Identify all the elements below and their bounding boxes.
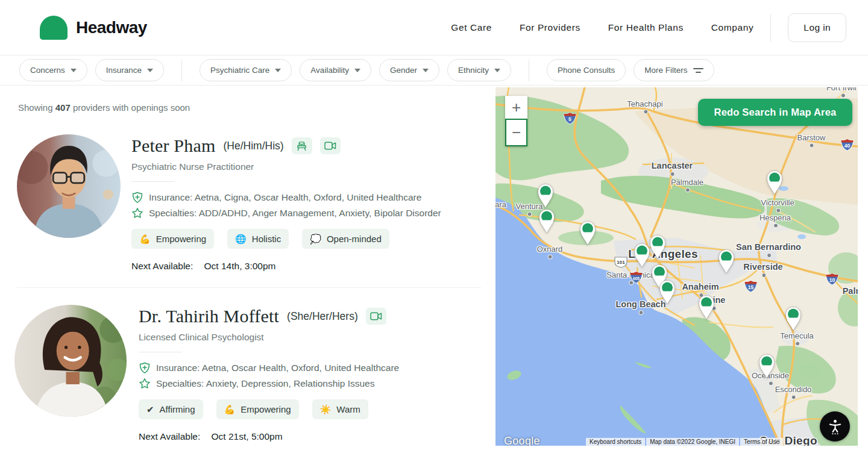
video-session-icon: [366, 308, 386, 325]
map-label-palmdale: Palmdale: [671, 178, 703, 187]
chevron-down-icon: [494, 69, 500, 72]
filter-label: Phone Consults: [558, 66, 615, 75]
results-panel: Showing 407 providers with openings soon: [0, 86, 482, 468]
headway-logo[interactable]: Headway: [40, 16, 147, 40]
map-zoom-controls: + −: [505, 96, 527, 146]
badge: ☀️Warm: [312, 399, 368, 419]
summary-suffix: providers with openings soon: [71, 102, 190, 113]
filter-label: Ethnicity: [458, 66, 489, 75]
filter-sliders-icon: [693, 68, 703, 73]
map-pin[interactable]: [764, 169, 785, 198]
filter-availability[interactable]: Availability: [300, 59, 371, 81]
provider-avatar: [14, 305, 127, 417]
provider-name: Peter Pham: [131, 136, 215, 156]
nav-company[interactable]: Company: [711, 22, 754, 33]
map-pin[interactable]: [696, 294, 717, 323]
badge-label: Affirming: [160, 404, 195, 414]
personality-badges: ✔Affirming 💪Empowering ☀️Warm: [139, 399, 399, 419]
insurance-row: Insurance: Aetna, Oscar Health, Oxford, …: [139, 362, 399, 374]
map[interactable]: Fort IrwinTehachapiBarstowLancasterPalmd…: [495, 87, 858, 446]
page: Headway Get Care For Providers For Healt…: [0, 0, 868, 468]
interstate-5-shield: 5: [563, 112, 577, 127]
insurance-row: Insurance: Aetna, Cigna, Oscar Health, O…: [131, 192, 441, 204]
accessibility-button[interactable]: [820, 411, 850, 441]
filter-insurance[interactable]: Insurance: [95, 59, 164, 81]
map-pin[interactable]: [657, 279, 678, 308]
terms-link[interactable]: Terms of Use: [740, 438, 783, 446]
brand-name: Headway: [76, 18, 147, 37]
filter-ethnicity[interactable]: Ethnicity: [447, 59, 511, 81]
results-summary: Showing 407 providers with openings soon: [18, 102, 482, 113]
provider-pronouns: (He/Him/His): [223, 140, 283, 152]
specialties-label: Specialties:: [149, 208, 197, 218]
filter-label: Gender: [390, 66, 417, 75]
nav-for-providers[interactable]: For Providers: [520, 22, 580, 33]
provider-pronouns: (She/Her/Hers): [287, 310, 358, 323]
shield-plus-icon: [131, 192, 143, 204]
map-pin[interactable]: [577, 220, 598, 249]
badge: 💭Open-minded: [302, 229, 389, 249]
check-mark-emoji: ✔: [146, 405, 154, 414]
provider-details: Dr. Tahirih Moffett (She/Her/Hers) Licen…: [127, 305, 399, 442]
next-available-value: Oct 21st, 5:00pm: [212, 431, 283, 441]
filter-label: More Filters: [644, 66, 687, 75]
map-label-riverside: Riverside: [743, 262, 782, 272]
map-label-san-bernardino: San Bernardino: [736, 242, 801, 252]
redo-search-button[interactable]: Redo Search in Map Area: [698, 99, 852, 126]
specialties-row: Specialties: ADD/ADHD, Anger Management,…: [131, 207, 441, 219]
map-label-oxnard: Oxnard: [537, 245, 563, 254]
globe-emoji: 🌐: [235, 234, 247, 243]
filter-phone-consults[interactable]: Phone Consults: [547, 59, 626, 81]
svg-text:101: 101: [617, 260, 625, 265]
us-route-101-shield: 101: [613, 256, 629, 270]
google-logo: Google: [504, 435, 540, 446]
map-label-santa-barbara: Santa Barbara: [495, 200, 506, 209]
badge-label: Holistic: [252, 234, 281, 244]
svg-text:605: 605: [633, 276, 640, 281]
header-divider: [770, 14, 771, 42]
filter-group-divider: [181, 60, 182, 81]
flex-biceps-emoji: 💪: [139, 234, 151, 243]
provider-avatar: [17, 134, 121, 238]
map-label-palm-springs: Palm Springs: [843, 286, 858, 296]
svg-text:15: 15: [748, 284, 754, 290]
map-pin[interactable]: [716, 248, 737, 277]
map-pin[interactable]: [756, 353, 777, 382]
accessibility-person-icon: [827, 419, 843, 435]
map-label-barstow: Barstow: [797, 133, 826, 142]
map-pin[interactable]: [783, 305, 804, 334]
thought-balloon-emoji: 💭: [310, 234, 321, 243]
nav-get-care[interactable]: Get Care: [451, 22, 492, 33]
filter-psychiatric-care[interactable]: Psychiatric Care: [200, 59, 292, 81]
provider-name: Dr. Tahirih Moffett: [139, 306, 279, 326]
provider-title: Licensed Clinical Psychologist: [139, 332, 399, 343]
summary-count: 407: [55, 102, 71, 113]
map-pin[interactable]: [536, 208, 557, 237]
map-label-hesperia: Hesperia: [760, 213, 791, 222]
next-available-label: Next Available:: [131, 261, 193, 271]
next-available-label: Next Available:: [139, 431, 200, 441]
insurance-list: Aetna, Cigna, Oscar Health, Oxford, Unit…: [195, 192, 422, 202]
map-zoom-in-button[interactable]: +: [505, 96, 527, 119]
shield-plus-icon: [139, 362, 151, 374]
filter-more-filters[interactable]: More Filters: [634, 59, 714, 81]
chevron-down-icon: [71, 69, 77, 72]
sun-emoji: ☀️: [320, 405, 332, 414]
map-zoom-out-button[interactable]: −: [505, 119, 527, 146]
filter-gender[interactable]: Gender: [379, 59, 439, 81]
badge-label: Warm: [336, 404, 360, 414]
map-pin[interactable]: [535, 183, 556, 211]
svg-text:10: 10: [829, 277, 835, 283]
nav-for-health-plans[interactable]: For Health Plans: [608, 22, 684, 33]
filter-concerns[interactable]: Concerns: [19, 59, 87, 81]
keyboard-shortcuts-link[interactable]: Keyboard shortcuts: [586, 438, 645, 446]
login-button[interactable]: Log in: [788, 13, 846, 42]
specialties-list: Anxiety, Depression, Relationship Issues: [206, 378, 375, 388]
filter-label: Psychiatric Care: [210, 66, 269, 75]
specialties-label: Specialties:: [156, 378, 204, 388]
provider-card[interactable]: Dr. Tahirih Moffett (She/Her/Hers) Licen…: [14, 305, 482, 442]
provider-card[interactable]: Peter Pham (He/Him/His): [17, 134, 482, 272]
filter-label: Insurance: [106, 66, 142, 75]
insurance-label: Insurance:: [149, 192, 192, 202]
chevron-down-icon: [275, 69, 281, 72]
